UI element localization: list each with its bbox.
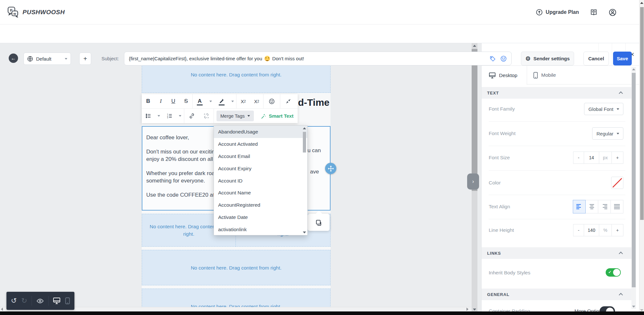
underline-button[interactable]: U (167, 94, 180, 108)
font-size-value[interactable]: 14 (584, 152, 599, 164)
collapse-toolbar-button[interactable] (280, 94, 296, 108)
scrollbar-thumb[interactable] (303, 132, 306, 153)
dropzone-3[interactable]: No content here. Drag content from right… (142, 250, 331, 285)
save-button[interactable]: Save (613, 52, 632, 65)
font-color-caret[interactable] (207, 94, 215, 108)
numbered-list-caret[interactable] (176, 109, 184, 123)
font-size-decrease-button[interactable]: - (573, 152, 584, 164)
inherit-body-styles-toggle[interactable] (606, 268, 621, 277)
align-right-button[interactable] (598, 200, 611, 213)
scrollbar-thumb[interactable] (472, 49, 477, 191)
line-height-decrease-button[interactable]: - (573, 224, 584, 236)
bullet-list-button[interactable] (142, 109, 155, 123)
back-button[interactable]: ← (9, 54, 18, 63)
smart-text-button[interactable]: Smart Text (256, 109, 298, 123)
scroll-down-icon[interactable] (632, 306, 635, 308)
scroll-down-icon[interactable] (640, 309, 643, 311)
highlight-color-button[interactable] (215, 94, 229, 108)
account-icon[interactable] (609, 8, 617, 16)
scroll-up-icon[interactable] (632, 68, 635, 70)
font-size-stepper: - 14 px + (573, 152, 623, 164)
line-height-value[interactable]: 140 (584, 224, 599, 236)
merge-tag-option[interactable]: Account Name (214, 187, 307, 199)
font-family-select[interactable]: Global Font (584, 103, 623, 115)
merge-tag-option[interactable]: AbandonedUsage (214, 126, 307, 138)
bold-button[interactable]: B (142, 94, 155, 108)
merge-tag-option[interactable]: Account Expiry (214, 162, 307, 175)
remove-link-button[interactable] (199, 109, 214, 123)
insert-link-button[interactable] (184, 109, 199, 123)
italic-button[interactable]: I (155, 94, 167, 108)
dropzone-hint: No content here. Drag content from right… (191, 264, 282, 271)
toolbar-divider (48, 296, 49, 306)
tab-desktop[interactable]: Desktop (482, 66, 527, 85)
scroll-down-icon[interactable] (473, 309, 476, 310)
documentation-icon[interactable] (590, 8, 598, 16)
section-general[interactable]: GENERAL (482, 289, 632, 300)
subject-input[interactable]: {first_name|CapitalizeFirst}, exclusive … (124, 52, 512, 65)
section-text[interactable]: TEXT (482, 87, 632, 99)
move-cross-icon (328, 165, 334, 172)
panel-collapse-handle[interactable]: › (467, 173, 479, 190)
align-justify-button[interactable] (610, 200, 623, 213)
section-links[interactable]: LINKS (482, 247, 632, 259)
align-left-button[interactable] (573, 200, 586, 213)
scroll-right-icon[interactable] (466, 308, 468, 311)
font-weight-select[interactable]: Regular (592, 127, 623, 140)
color-swatch[interactable] (611, 177, 623, 189)
highlight-color-caret[interactable] (229, 94, 236, 108)
strikethrough-button[interactable]: S (180, 94, 193, 108)
row-divider (489, 170, 625, 171)
emoji-picker-icon[interactable] (500, 55, 507, 62)
line-height-increase-button[interactable]: + (611, 224, 623, 236)
scroll-up-icon[interactable] (640, 2, 643, 4)
scroll-down-icon[interactable] (303, 231, 306, 233)
scrollbar-thumb[interactable] (632, 73, 636, 287)
numbered-list-button[interactable]: 123 (163, 109, 176, 123)
scroll-up-icon[interactable] (303, 127, 306, 129)
merge-tag-option[interactable]: AccountRegistered (214, 199, 307, 211)
duplicate-block-button[interactable] (308, 214, 330, 231)
chevron-up-icon (619, 293, 623, 297)
font-color-bar (197, 104, 203, 105)
toolbar-emoji-button[interactable] (264, 94, 280, 108)
block-move-handle[interactable] (325, 163, 336, 174)
scroll-left-icon[interactable] (1, 308, 3, 311)
chevron-up-icon (619, 91, 623, 95)
merge-tag-option[interactable]: Activate Date (214, 211, 307, 223)
merge-tag-option[interactable]: Account Activated (214, 138, 307, 150)
merge-tag-option[interactable]: Account Email (214, 150, 307, 162)
dropdown-scrollbar[interactable] (303, 127, 307, 234)
undo-button[interactable]: ↺ (11, 297, 17, 304)
row-divider (489, 146, 625, 146)
bullet-list-caret[interactable] (155, 109, 163, 123)
redo-button[interactable]: ↻ (21, 297, 27, 304)
merge-tag-option[interactable]: activationlink (214, 223, 307, 236)
merge-tags-button[interactable]: Merge Tags (216, 111, 254, 121)
top-bar: P W PUSHWOOSH Upgrade Plan (0, 0, 644, 25)
scroll-up-icon[interactable] (473, 45, 476, 47)
superscript-button[interactable]: X2 (236, 94, 250, 108)
mobile-preview-button[interactable] (65, 297, 70, 304)
merge-tag-option[interactable]: Account ID (214, 175, 307, 187)
gear-icon: ⚙ (525, 56, 531, 62)
row-divider (489, 219, 625, 219)
tab-mobile[interactable]: Mobile (533, 66, 575, 84)
sender-settings-button[interactable]: ⚙ Sender settings (521, 52, 574, 65)
align-center-button[interactable] (585, 200, 598, 213)
font-color-button[interactable]: A (193, 94, 207, 108)
font-size-increase-button[interactable]: + (611, 152, 623, 164)
subscript-button[interactable]: X2 (250, 94, 264, 108)
add-language-button[interactable]: + (79, 53, 91, 65)
language-select[interactable]: Default (24, 53, 71, 65)
panel-scrollbar[interactable] (631, 67, 636, 309)
merge-tag-icon[interactable] (489, 55, 496, 62)
heading-text-fragment[interactable]: d-Time (298, 97, 330, 108)
desktop-preview-button[interactable] (53, 297, 61, 304)
upgrade-plan-button[interactable]: Upgrade Plan (536, 9, 579, 16)
chevron-down-icon (65, 58, 67, 60)
preview-button[interactable] (36, 297, 44, 305)
scrollbar-thumb[interactable] (640, 7, 644, 220)
cancel-button[interactable]: Cancel (583, 52, 609, 65)
window-scrollbar[interactable] (639, 0, 644, 315)
